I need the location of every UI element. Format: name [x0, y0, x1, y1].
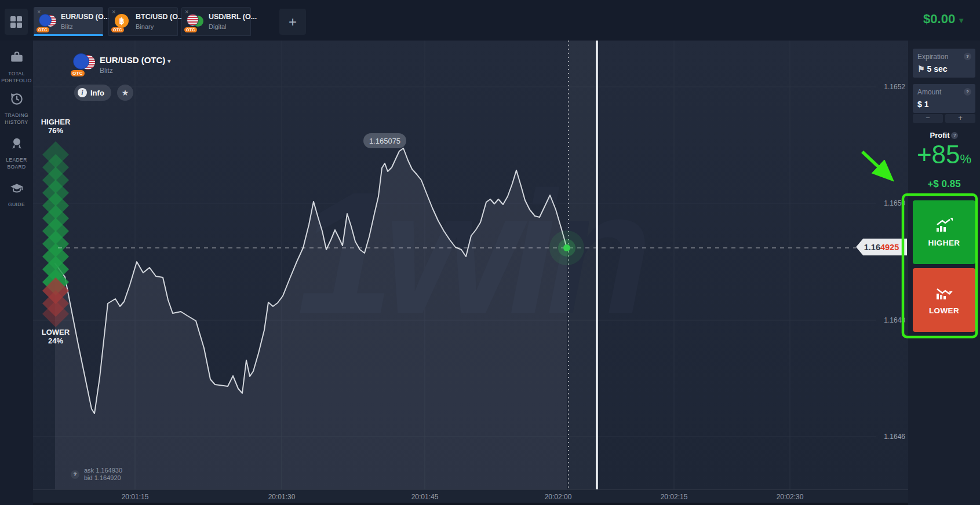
- eur-usd-otc-icon: OTC: [73, 53, 95, 75]
- ask-value: 1.164930: [96, 467, 122, 474]
- amount-field[interactable]: Amount ? $ 1: [913, 84, 975, 113]
- briefcase-icon: [9, 50, 24, 65]
- lower-button[interactable]: LOWER: [913, 268, 975, 332]
- eur-usd-otc-icon: OTC: [39, 14, 56, 31]
- tab-usd-brl[interactable]: × OTC USD/BRL (O... Digital: [181, 7, 251, 36]
- expiration-field[interactable]: Expiration ? ⚑ 5 sec: [913, 49, 975, 78]
- instrument-title: EUR/USD (OTC): [100, 55, 165, 65]
- time-tick-label: 20:01:30: [268, 493, 296, 501]
- time-tick-label: 20:02:15: [661, 493, 688, 501]
- price-tag-prefix: 1.16: [864, 243, 880, 252]
- tab-subtitle: Blitz: [61, 23, 73, 30]
- medal-icon: [9, 136, 24, 151]
- balance-dropdown[interactable]: $0.00▼: [923, 12, 965, 27]
- amount-decrease-button[interactable]: −: [913, 114, 943, 123]
- help-icon[interactable]: ?: [964, 88, 971, 96]
- info-icon: i: [78, 88, 87, 97]
- tab-btc-usd[interactable]: × ฿ OTC BTC/USD (O... Binary: [108, 7, 178, 36]
- tab-title: BTC/USD (O...: [136, 13, 184, 21]
- apps-menu-button[interactable]: [5, 9, 28, 35]
- sidebar-item-guide[interactable]: GUIDE: [0, 181, 33, 208]
- btc-usd-otc-icon: ฿ OTC: [114, 14, 131, 31]
- sidebar-label: GUIDE: [0, 201, 33, 208]
- axis-bottom-strip: [33, 503, 908, 505]
- expiration-value: 5 sec: [927, 64, 947, 74]
- tab-title: EUR/USD (O...: [61, 13, 110, 21]
- chevron-down-icon: ▼: [957, 16, 965, 25]
- sidebar-label: TOTAL PORTFOLIO: [0, 70, 33, 84]
- info-button[interactable]: i Info: [74, 85, 111, 101]
- tab-subtitle: Digital: [209, 23, 227, 30]
- time-tick-label: 20:01:45: [411, 493, 439, 501]
- graduation-cap-icon: [9, 181, 24, 196]
- profit-amount: +$ 0.85: [908, 178, 980, 190]
- history-clock-icon: [9, 92, 24, 107]
- help-icon[interactable]: ?: [964, 53, 971, 60]
- amount-increase-button[interactable]: +: [945, 114, 975, 123]
- balance-value: $0.00: [923, 12, 955, 26]
- time-tick-label: 20:02:00: [545, 493, 572, 501]
- price-tick-label: 1.1648: [876, 316, 905, 324]
- chart-down-icon: [935, 286, 953, 301]
- price-tag-suffix: 4925: [880, 243, 899, 252]
- higher-button[interactable]: HIGHER: [913, 200, 975, 264]
- profit-percent: +85%: [908, 140, 980, 169]
- tab-title: USD/BRL (O...: [209, 13, 257, 21]
- apps-grid-icon: [10, 16, 23, 28]
- expiration-label: Expiration: [917, 53, 971, 61]
- bid-value: 1.164920: [94, 474, 121, 481]
- chevron-down-icon: ▾: [167, 58, 170, 64]
- sidebar-label: LEADER BOARD: [0, 156, 33, 170]
- time-tick-label: 20:01:15: [122, 493, 149, 501]
- top-bar: × OTC EUR/USD (O... Blitz × ฿ OTC BTC/US…: [0, 0, 980, 41]
- favorite-star-button[interactable]: ★: [117, 85, 133, 101]
- higher-button-label: HIGHER: [928, 239, 960, 247]
- amount-value: $ 1: [917, 100, 971, 109]
- sidebar-item-total-portfolio[interactable]: TOTAL PORTFOLIO: [0, 50, 33, 84]
- trade-panel: Expiration ? ⚑ 5 sec Amount ? $ 1 − + Pr…: [908, 41, 980, 505]
- amount-label: Amount: [917, 88, 971, 96]
- help-icon[interactable]: ?: [71, 470, 79, 479]
- chart-up-icon: [935, 218, 953, 233]
- sidebar-item-leader-board[interactable]: LEADER BOARD: [0, 136, 33, 170]
- ask-bid-quotes: ? ask 1.164930 bid 1.164920: [71, 467, 122, 482]
- left-sidebar: TOTAL PORTFOLIO TRADING HISTORY LEADER B…: [0, 41, 33, 505]
- add-tab-button[interactable]: +: [279, 9, 306, 35]
- current-price-tag: 1.164925: [856, 239, 907, 255]
- price-tick-label: 1.1650: [876, 199, 905, 207]
- sidebar-label: TRADING HISTORY: [0, 112, 33, 126]
- time-tick-label: 20:02:30: [777, 493, 804, 501]
- sentiment-lower: LOWER24%: [30, 328, 82, 345]
- help-icon[interactable]: ?: [951, 132, 958, 139]
- sidebar-item-trading-history[interactable]: TRADING HISTORY: [0, 92, 33, 126]
- trading-app: 1win 1.165075 1.164925 20:01:1520:01:302…: [0, 0, 980, 505]
- time-axis: 20:01:1520:01:3020:01:4520:02:0020:02:15…: [33, 489, 908, 503]
- lower-button-label: LOWER: [929, 306, 959, 315]
- finish-flag-icon: ⚑: [917, 64, 925, 74]
- price-tick-label: 1.1646: [876, 433, 905, 441]
- profit-label: Profit?: [908, 131, 980, 140]
- sentiment-higher: HIGHER76%: [30, 118, 82, 135]
- tab-eur-usd[interactable]: × OTC EUR/USD (O... Blitz: [34, 7, 103, 36]
- price-chart: 1win: [0, 0, 980, 505]
- instrument-type: Blitz: [100, 67, 113, 75]
- instrument-selector[interactable]: EUR/USD (OTC)▾: [100, 55, 170, 65]
- peak-price-tooltip: 1.165075: [363, 133, 406, 148]
- tab-subtitle: Binary: [136, 23, 154, 30]
- usd-brl-otc-icon: OTC: [187, 14, 204, 31]
- info-label: Info: [90, 89, 104, 97]
- price-tick-label: 1.1652: [876, 83, 905, 91]
